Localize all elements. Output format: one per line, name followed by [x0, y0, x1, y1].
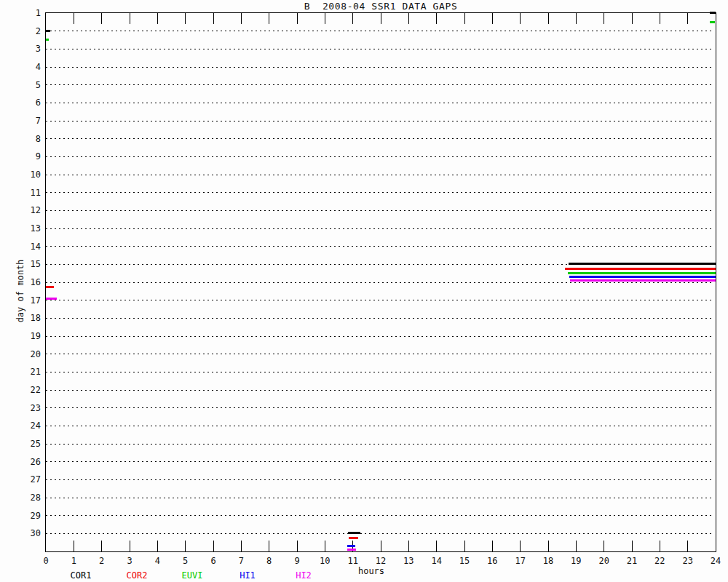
hour-tick-top — [632, 13, 633, 24]
hour-tick-top — [436, 13, 437, 24]
x-tick-label: 20 — [593, 556, 615, 566]
x-tick-label: 24 — [705, 556, 727, 566]
day-gridline — [46, 31, 712, 31]
y-tick-label: 10 — [13, 170, 41, 180]
gap-bar-euvi — [46, 39, 49, 41]
legend-item-hi1: HI1 — [226, 570, 269, 581]
x-tick-label: 1 — [63, 556, 84, 566]
hour-tick-bottom — [604, 541, 604, 551]
day-gridline — [46, 515, 712, 516]
day-gridline — [46, 461, 712, 462]
day-gridline — [46, 282, 712, 283]
gap-bar-cor1 — [710, 12, 716, 14]
x-tick-label: 14 — [426, 556, 448, 566]
hour-tick-top — [408, 13, 409, 24]
y-tick-label: 19 — [13, 331, 41, 341]
gap-bar-cor1 — [348, 532, 360, 534]
x-tick-label: 4 — [146, 556, 168, 566]
gap-bar-cor1 — [569, 263, 716, 265]
hour-tick-bottom — [297, 541, 298, 551]
y-tick-label: 29 — [13, 511, 41, 521]
day-gridline — [46, 444, 712, 445]
hour-tick-bottom — [548, 541, 549, 551]
x-tick-label: 23 — [677, 556, 699, 566]
hour-tick-top — [297, 13, 298, 24]
hour-tick-top — [492, 13, 493, 24]
y-tick-label: 17 — [13, 295, 41, 306]
y-tick-label: 8 — [13, 134, 41, 144]
y-tick-label: 3 — [13, 44, 41, 54]
gap-bar-hi1 — [347, 545, 355, 547]
day-gridline — [46, 228, 712, 229]
hour-tick-top — [269, 13, 269, 24]
day-gridline — [46, 336, 712, 337]
day-gridline — [46, 138, 712, 139]
hour-tick-bottom — [269, 541, 269, 551]
hour-tick-bottom — [213, 541, 214, 551]
legend-item-cor1: COR1 — [59, 570, 103, 581]
hour-tick-top — [241, 13, 242, 24]
x-tick-label: 19 — [565, 556, 587, 566]
hour-tick-top — [325, 13, 325, 24]
y-tick-label: 1 — [13, 8, 41, 18]
y-tick-label: 7 — [13, 116, 41, 126]
x-tick-label: 3 — [119, 556, 141, 566]
y-tick-label: 22 — [13, 385, 41, 395]
hour-tick-bottom — [74, 541, 74, 551]
hour-tick-top — [352, 13, 353, 24]
plot-area — [45, 12, 716, 552]
x-tick-label: 9 — [286, 556, 308, 566]
hour-tick-top — [520, 13, 521, 24]
hour-tick-bottom — [325, 541, 325, 551]
y-tick-label: 20 — [13, 349, 41, 359]
day-gridline — [46, 175, 712, 175]
day-gridline — [46, 498, 712, 498]
y-tick-label: 6 — [13, 97, 41, 108]
gap-bar-cor2 — [565, 268, 716, 270]
x-tick-label: 7 — [230, 556, 252, 566]
day-gridline — [46, 156, 712, 157]
hour-tick-bottom — [520, 541, 521, 551]
gap-bar-euvi — [710, 21, 716, 23]
x-tick-label: 5 — [175, 556, 197, 566]
y-tick-label: 16 — [13, 277, 41, 287]
day-gridline — [46, 103, 712, 103]
hour-tick-top — [157, 13, 158, 24]
day-gridline — [46, 67, 712, 68]
hour-tick-top — [687, 13, 688, 24]
hour-tick-top — [548, 13, 549, 24]
legend-item-cor2: COR2 — [115, 570, 159, 581]
hour-tick-top — [604, 13, 604, 24]
day-gridline — [46, 479, 712, 480]
hour-tick-top — [213, 13, 214, 24]
day-gridline — [46, 354, 712, 354]
x-tick-label: 2 — [91, 556, 113, 566]
gap-bar-hi2 — [46, 298, 57, 300]
x-tick-label: 13 — [397, 556, 419, 566]
day-gridline — [46, 300, 712, 300]
x-tick-label: 0 — [35, 556, 57, 566]
gap-bar-hi2 — [570, 279, 716, 282]
x-tick-label: 15 — [454, 556, 475, 566]
hour-tick-bottom — [464, 541, 465, 551]
x-tick-label: 18 — [537, 556, 559, 566]
y-tick-label: 18 — [13, 313, 41, 323]
hour-tick-top — [660, 13, 660, 24]
x-tick-label: 22 — [649, 556, 670, 566]
y-tick-label: 5 — [13, 80, 41, 90]
hour-tick-top — [101, 13, 102, 24]
day-gridline — [46, 407, 712, 408]
x-tick-label: 10 — [314, 556, 336, 566]
y-tick-label: 23 — [13, 403, 41, 413]
y-tick-label: 27 — [13, 474, 41, 485]
y-tick-label: 24 — [13, 420, 41, 431]
x-tick-label: 21 — [621, 556, 643, 566]
day-gridline — [46, 372, 712, 372]
y-tick-label: 13 — [13, 223, 41, 234]
day-gridline — [46, 121, 712, 121]
hour-tick-top — [464, 13, 465, 24]
gap-bar-cor1 — [46, 30, 50, 32]
hour-tick-bottom — [492, 541, 493, 551]
x-tick-label: 8 — [258, 556, 280, 566]
hour-tick-bottom — [381, 541, 381, 551]
